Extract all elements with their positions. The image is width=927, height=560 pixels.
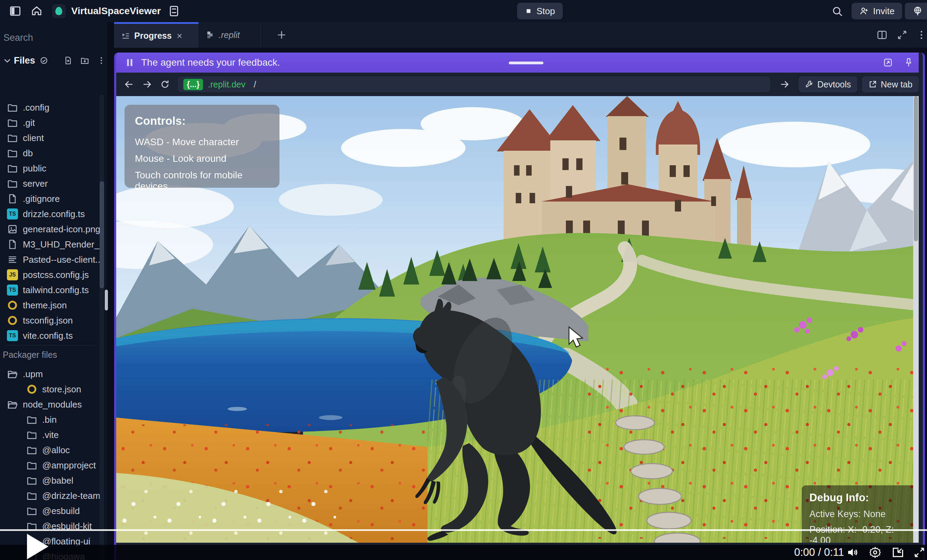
video-scrubber[interactable] [0,529,927,531]
webview-scrollbar-thumb[interactable] [914,96,918,241]
file-tree-item[interactable]: @esbuild-kit [0,519,100,534]
devices-icon[interactable] [168,5,180,17]
file-tree-item[interactable]: tsconfig.json [0,313,100,328]
folder-icon [7,147,18,159]
file-tree-item[interactable]: @esbuild [0,503,100,519]
settings-gear-icon[interactable] [869,546,881,558]
file-tree-item[interactable]: Pasted--use-client... [0,252,100,267]
invite-button[interactable]: Invite [852,3,902,19]
folder-open-icon [7,399,18,410]
home-icon[interactable] [30,5,43,17]
banner-message: The agent needs your feedback. [141,57,280,68]
search-icon[interactable] [831,6,843,17]
files-label: Files [14,55,35,66]
file-tree-item[interactable]: JSpostcss.config.js [0,267,100,282]
file-sidebar: Files .config .git client db public serv… [0,22,107,560]
external-link-icon [868,80,877,89]
folder-icon [7,132,18,143]
chevron-down-icon[interactable] [3,56,12,65]
new-tab-plus-icon[interactable] [276,29,287,41]
search-input[interactable] [3,30,97,45]
check-circle-icon[interactable] [40,56,49,65]
open-external-icon[interactable] [883,58,893,68]
devtools-button[interactable]: Devtools [799,76,857,92]
files-header: Files [0,53,107,68]
file-tree-item[interactable]: node_modules [0,397,100,412]
go-arrow-icon[interactable] [779,79,790,90]
json-icon [8,316,17,325]
folder-icon [7,102,18,113]
pip-icon[interactable] [892,546,904,558]
sidebar-toggle-icon[interactable] [9,5,21,17]
file-tree-item[interactable]: @drizzle-team [0,488,100,503]
webview-frame: The agent needs your feedback. {...} .re… [114,53,925,560]
file-icon [7,193,18,204]
file-tree-item[interactable]: server [0,176,100,191]
controls-line: Mouse - Look around [135,153,269,164]
sidebar-scrollbar-thumb[interactable] [100,181,104,288]
file-tree-item[interactable]: generated-icon.png [0,222,100,237]
panel-resize-handle[interactable] [105,290,108,310]
file-tree-item[interactable]: .vite [0,427,100,442]
pin-icon[interactable] [903,58,914,68]
file-tree-item[interactable]: M3_UHD_Render_... [0,237,100,252]
agent-feedback-banner[interactable]: The agent needs your feedback. [116,53,919,73]
kebab-icon[interactable] [97,56,106,65]
url-domain: .replit.dev [208,79,245,90]
file-tree-item[interactable]: .upm [0,366,100,382]
play-button[interactable] [27,534,49,559]
browser-toolbar: {...} .replit.dev / Devtools New tab [116,73,919,96]
volume-icon[interactable] [846,546,859,558]
file-tree-item[interactable]: @ampproject [0,458,100,473]
typescript-icon: TS [7,330,18,341]
replit-logo-icon [205,30,214,39]
text-lines-icon [7,254,18,265]
section-divider [6,345,96,345]
reload-icon[interactable] [160,79,170,90]
file-tree-item[interactable]: .git [0,115,100,131]
main-pane: Progress .replit The agent needs your fe… [114,22,927,560]
stop-button[interactable]: Stop [517,3,563,19]
folder-icon [26,460,37,471]
project-avatar[interactable] [52,4,66,18]
new-file-icon[interactable] [64,56,73,65]
folder-icon [7,178,18,189]
tab-progress[interactable]: Progress [114,22,199,48]
file-tree-item[interactable]: .bin [0,412,100,427]
fullscreen-icon[interactable] [913,546,925,558]
url-bar[interactable]: {...} .replit.dev / [178,76,770,92]
file-tree-item[interactable]: db [0,146,100,161]
file-tree-item[interactable]: TStailwind.config.ts [0,282,100,297]
sidebar-scrollbar-track[interactable] [100,95,104,560]
file-tree-item[interactable]: @alloc [0,442,100,458]
split-pane-icon[interactable] [877,29,887,41]
json-icon [8,301,17,310]
wrench-icon [805,80,814,89]
file-tree-item[interactable]: TSdrizzle.config.ts [0,206,100,222]
top-header: VirtualSpaceViewer Stop Invite D [0,0,927,22]
file-tree-item[interactable]: store.json [0,382,100,397]
new-tab-button[interactable]: New tab [862,76,919,92]
file-tree-item[interactable]: @babel [0,473,100,488]
file-tree-item[interactable]: .gitignore [0,191,100,206]
game-viewport[interactable]: Controls: WASD - Move character Mouse - … [116,96,919,543]
file-tree-item[interactable]: client [0,131,100,146]
back-icon[interactable] [124,79,134,90]
tab-replit[interactable]: .replit [199,22,261,48]
file-tree-item[interactable]: TSvite.config.ts [0,328,100,343]
pane-menu-icon[interactable] [916,29,927,41]
file-tree-item[interactable]: public [0,161,100,176]
debug-title: Debug Info: [809,492,911,504]
file-tree-item[interactable]: .config [0,100,100,115]
close-icon[interactable] [176,32,183,40]
image-icon [7,224,18,235]
video-bottom-bar [0,545,927,560]
forward-icon[interactable] [142,79,152,90]
file-tree-item[interactable]: theme.json [0,297,100,313]
deploy-button[interactable]: D [905,3,927,19]
new-folder-icon[interactable] [80,56,89,65]
expand-pane-icon[interactable] [897,29,908,41]
folder-icon [26,445,37,455]
debug-overlay: Debug Info: Active Keys: None Position: … [802,485,919,543]
pause-icon [125,58,135,68]
